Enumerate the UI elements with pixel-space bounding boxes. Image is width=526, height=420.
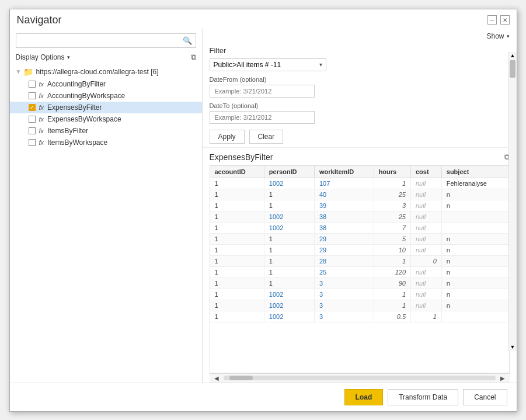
tree-item-accountingbyworkspace[interactable]: fxAccountingByWorkspace [10,90,202,102]
minimize-button[interactable]: ─ [487,15,497,25]
table-row: 11002387null [210,222,509,233]
cell-workitemid: 3 [315,277,374,289]
cell-hours: 1 [374,289,410,300]
cell-subject [441,311,508,322]
filter-dropdown[interactable]: Public>All items # -11 ▾ [210,58,326,71]
cell-accountid: 1 [210,189,264,200]
cell-hours: 10 [374,244,410,255]
checkbox-expensesbyfilter[interactable]: ✓ [29,104,36,111]
table-header-row: accountIDpersonIDworkItemIDhourscostsubj… [210,166,509,178]
checkbox-itemsbyfilter[interactable] [29,127,36,134]
fx-icon: fx [39,104,44,111]
scroll-up-button[interactable]: ▲ [509,52,517,59]
date-from-input[interactable] [210,85,315,98]
scroll-right-button[interactable]: ▶ [498,375,507,381]
close-button[interactable]: ✕ [500,15,510,25]
transform-data-button[interactable]: Transform Data [388,389,458,405]
cell-subject: n [441,266,508,277]
col-header-cost: cost [411,166,442,178]
table-row: 11390nulln [210,277,509,289]
data-table: accountIDpersonIDworkItemIDhourscostsubj… [210,166,509,322]
fx-icon: fx [39,127,44,134]
cell-personid: 1 [264,244,314,255]
cell-personid: 1002 [264,178,314,189]
cell-personid: 1 [264,189,314,200]
folder-icon: 📁 [23,67,33,77]
date-to-input[interactable] [210,111,315,124]
tree-item-itemsbyworkspace[interactable]: fxItemsByWorkspace [10,137,202,148]
cell-hours: 1 [374,255,410,266]
search-icon-button[interactable]: 🔍 [179,34,196,47]
cell-cost: null [411,222,442,233]
tree-item-label-itemsbyworkspace: ItemsByWorkspace [47,138,107,147]
tree-item-expensesbyfilter[interactable]: ✓fxExpensesByFilter [10,102,202,113]
col-header-hours: hours [374,166,410,178]
display-options-chevron: ▾ [67,54,70,60]
cancel-button[interactable]: Cancel [463,389,507,405]
cell-subject [441,211,508,222]
col-header-subject: subject [441,166,508,178]
cell-subject: n [441,189,508,200]
clear-button[interactable]: Clear [249,130,284,144]
table-row: 1100230.51 [210,311,509,322]
cell-accountid: 1 [210,211,264,222]
cell-cost: 0 [411,255,442,266]
cell-hours: 5 [374,233,410,244]
filter-section: Filter Public>All items # -11 ▾ DateFrom… [203,43,517,148]
horizontal-scroll-area: ◀ ▶ [210,373,510,383]
table-body: 110021071nullFehleranalyse114025nulln113… [210,178,509,322]
scroll-down-button[interactable]: ▼ [509,343,517,350]
show-button[interactable]: Show ▾ [486,32,509,40]
col-header-workitemid: workItemID [315,166,374,178]
cell-accountid: 1 [210,300,264,311]
cell-workitemid: 28 [315,255,374,266]
cell-hours: 0.5 [374,311,410,322]
tree-root-label: https://allegra-cloud.com/allegra-test [… [36,68,158,76]
data-section-header: ExpensesByFilter ⧉ [210,152,517,162]
cell-subject [441,222,508,233]
fx-icon: fx [39,81,44,88]
date-to-section: DateTo (optional) [210,102,510,124]
cell-workitemid: 39 [315,200,374,211]
cell-workitemid: 29 [315,244,374,255]
vertical-scrollbar[interactable]: ▲ ▼ [508,52,517,350]
checkbox-accountingbyworkspace[interactable] [29,92,36,99]
scroll-left-button[interactable]: ◀ [212,375,221,381]
display-options-button[interactable]: Display Options ▾ [16,53,70,61]
copy-icon-button[interactable]: ⧉ [191,53,196,62]
apply-button[interactable]: Apply [210,130,245,144]
cell-accountid: 1 [210,200,264,211]
checkbox-expensesbyworkspace[interactable] [29,116,36,123]
right-panel: Show ▾ Filter Public>All items # -11 ▾ D… [203,29,517,383]
checkbox-itemsbyworkspace[interactable] [29,139,36,146]
data-section-title: ExpensesByFilter [210,152,273,162]
table-wrapper[interactable]: accountIDpersonIDworkItemIDhourscostsubj… [210,165,510,373]
table-row: 110023825null [210,211,509,222]
cell-cost: null [411,211,442,222]
table-row: 11393nulln [210,200,509,211]
search-input[interactable] [16,34,179,47]
date-from-label: DateFrom (optional) [210,76,510,83]
cell-subject: n [441,277,508,289]
cell-workitemid: 38 [315,211,374,222]
cell-personid: 1002 [264,300,314,311]
tree-item-label-itemsbyfilter: ItemsByFilter [47,127,88,135]
collapse-icon: ▼ [16,68,22,75]
tree-item-accountingbyfilter[interactable]: fxAccountingByFilter [10,78,202,90]
bottom-bar: Load Transform Data Cancel [10,383,517,411]
cell-personid: 1002 [264,222,314,233]
cell-subject: Fehleranalyse [441,178,508,189]
tree-item-itemsbyfilter[interactable]: fxItemsByFilter [10,125,202,137]
navigator-dialog: Navigator ─ ✕ 🔍 Display Options ▾ ⧉ ▼ [9,9,517,412]
tree-item-expensesbyworkspace[interactable]: fxExpensesByWorkspace [10,113,202,125]
checkbox-accountingbyfilter[interactable] [29,81,36,88]
cell-cost: null [411,233,442,244]
load-button[interactable]: Load [344,389,384,405]
left-panel: 🔍 Display Options ▾ ⧉ ▼ 📁 https://allegr… [10,29,203,383]
tree-item-label-accountingbyworkspace: AccountingByWorkspace [47,92,125,100]
scrollbar-thumb [510,60,515,78]
display-options-bar: Display Options ▾ ⧉ [10,53,202,65]
h-scroll-track[interactable] [224,376,496,380]
cell-personid: 1 [264,255,314,266]
tree-container: ▼ 📁 https://allegra-cloud.com/allegra-te… [10,65,202,378]
